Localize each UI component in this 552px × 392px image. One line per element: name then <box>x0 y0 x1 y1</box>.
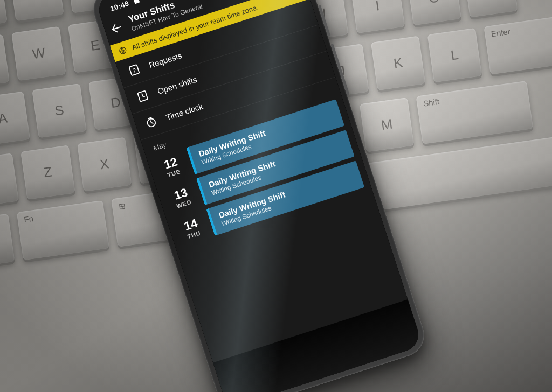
keyboard-key: L <box>427 28 482 82</box>
keyboard-key: Q <box>0 34 10 89</box>
keyboard-key: A <box>0 92 30 146</box>
keyboard-key: Shift <box>416 81 533 144</box>
keyboard-key: Ctrl <box>0 214 15 274</box>
keyboard-key: W <box>11 26 66 81</box>
keyboard-key: I <box>350 0 405 33</box>
svg-text:?: ? <box>132 67 137 74</box>
keyboard-key: @2 <box>0 0 8 29</box>
keyboard-key: K <box>371 36 425 90</box>
svg-rect-0 <box>133 0 140 4</box>
shift-date: 12TUE <box>156 150 188 184</box>
requests-icon: ? <box>127 62 142 78</box>
keyboard-key: P <box>463 0 518 17</box>
keyboard-key: Enter <box>484 11 552 75</box>
keyboard-key: S <box>32 83 86 138</box>
menu-label: Open shifts <box>156 74 198 96</box>
back-arrow-icon[interactable] <box>108 20 125 36</box>
keyboard-key: Z <box>20 145 75 199</box>
keyboard-key: O <box>407 0 461 25</box>
globe-icon <box>118 45 128 56</box>
keyboard-key: X <box>77 137 132 192</box>
photo-scene: EscF1F2F3F4F5F6F7F8F9F10F11F12Del~`!1@2#… <box>0 0 552 392</box>
shift-date: 14THU <box>176 212 208 246</box>
keyboard-key: M <box>360 97 414 152</box>
time-clock-icon <box>144 115 159 130</box>
open-shifts-icon <box>135 89 150 104</box>
keyboard-key: #3 <box>9 0 64 21</box>
keyboard-key: Shift <box>0 153 19 216</box>
keyboard-key: Fn <box>17 200 109 260</box>
shift-date: 13WED <box>167 181 198 215</box>
menu-label: Requests <box>148 50 183 69</box>
menu-label: Time clock <box>164 101 204 122</box>
